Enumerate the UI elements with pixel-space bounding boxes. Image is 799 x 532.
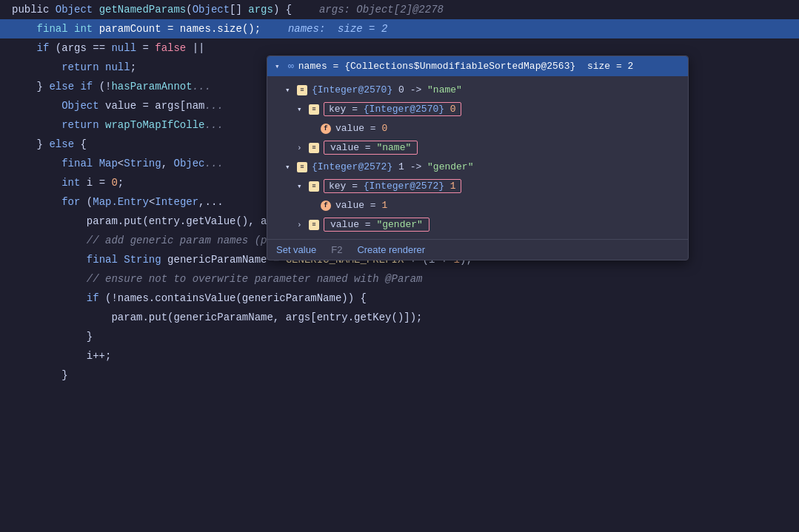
tree-item-text: value = "gender" — [324, 218, 429, 232]
infinity-icon: ∞ — [288, 61, 294, 72]
code-line: } — [0, 366, 799, 385]
code-line: // ensure not to overwrite parameter nam… — [0, 269, 799, 289]
code-editor: public Object getNamedParams(Object[] ar… — [0, 0, 799, 532]
expand-arrow-icon[interactable] — [297, 141, 306, 155]
expand-arrow-icon[interactable] — [275, 61, 284, 71]
debug-tree-item-val2: f value = 1 — [267, 196, 688, 215]
expand-arrow-icon[interactable] — [297, 102, 306, 117]
field-icon: ≡ — [309, 181, 319, 192]
debug-popup[interactable]: ∞ names = {Collections$UnmodifiableSorte… — [267, 55, 689, 260]
tree-item-text: value = "name" — [324, 141, 418, 155]
debug-popup-footer: Set value F2 Create renderer — [267, 239, 688, 260]
debug-popup-header: ∞ names = {Collections$UnmodifiableSorte… — [267, 56, 688, 76]
popup-header-text: names = {Collections$UnmodifiableSortedM… — [298, 61, 633, 72]
field-icon: ≡ — [309, 104, 319, 115]
set-value-key: F2 — [331, 244, 342, 255]
tree-item-text: key = {Integer@2572} 1 — [324, 179, 461, 194]
tree-item-text: value = 1 — [335, 198, 387, 213]
expand-arrow-icon[interactable] — [297, 179, 306, 194]
expand-arrow-icon[interactable] — [285, 160, 294, 175]
debug-tree-item-valname[interactable]: ≡ value = "name" — [267, 138, 688, 158]
debug-tree-item-key2[interactable]: ≡ key = {Integer@2572} 1 — [267, 177, 688, 196]
expand-arrow-icon[interactable] — [285, 83, 294, 98]
set-value-button[interactable]: Set value — [276, 244, 316, 255]
field-icon: ≡ — [297, 162, 307, 172]
tree-item-text: key = {Integer@2570} 0 — [324, 102, 461, 117]
debug-tree-item[interactable]: ≡ {Integer@2570} 0 -> "name" — [267, 81, 688, 100]
debug-tree-item-val1: f value = 0 — [267, 119, 688, 138]
tree-item-text: {Integer@2572} 1 -> "gender" — [312, 160, 473, 175]
tree-item-text: {Integer@2570} 0 -> "name" — [312, 83, 462, 98]
f-icon: f — [321, 124, 331, 134]
expand-arrow-icon[interactable] — [297, 218, 306, 232]
code-line: if (!names.containsValue(genericParamNam… — [0, 289, 799, 308]
debug-tree-item[interactable]: ≡ {Integer@2572} 1 -> "gender" — [267, 158, 688, 177]
field-icon: ≡ — [297, 85, 307, 95]
debug-tree-item-key1[interactable]: ≡ key = {Integer@2570} 0 — [267, 100, 688, 119]
field-icon: ≡ — [309, 143, 319, 153]
code-line: } — [0, 327, 799, 346]
create-renderer-button[interactable]: Create renderer — [357, 244, 425, 255]
f-icon: f — [321, 201, 331, 211]
debug-tree-item-valgender[interactable]: ≡ value = "gender" — [267, 215, 688, 235]
field-icon: ≡ — [309, 220, 319, 230]
code-line-highlighted: final int paramCount = names.size(); nam… — [0, 19, 799, 38]
code-line: i++; — [0, 346, 799, 366]
code-line: public Object getNamedParams(Object[] ar… — [0, 0, 799, 19]
tree-item-text: value = 0 — [335, 121, 387, 136]
code-line: param.put(genericParamName, args[entry.g… — [0, 308, 799, 327]
debug-popup-body: ≡ {Integer@2570} 0 -> "name" ≡ key = {In… — [267, 76, 688, 239]
